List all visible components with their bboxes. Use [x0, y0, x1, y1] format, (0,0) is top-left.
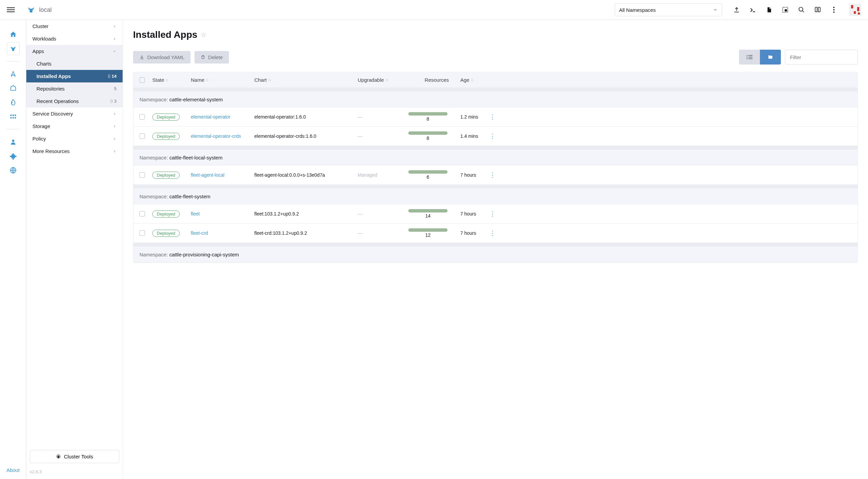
col-name[interactable]: Name◇	[191, 77, 254, 83]
row-checkbox[interactable]	[139, 230, 145, 236]
chart-value: elemental-operator:1.6.0	[254, 114, 306, 120]
rail-cluster[interactable]	[7, 42, 20, 55]
chevron-right-icon	[112, 24, 117, 28]
download-yaml-button[interactable]: Download YAML	[133, 51, 190, 64]
row-checkbox[interactable]	[139, 133, 145, 139]
namespace-selected: All Namespaces	[619, 7, 656, 13]
rail-global-settings[interactable]	[7, 164, 20, 177]
sidebar-item-workloads[interactable]: Workloads	[26, 32, 123, 45]
sidebar-item-cluster[interactable]: Cluster	[26, 20, 123, 32]
sidebar-item-repositories[interactable]: Repositories5	[26, 82, 123, 95]
sidebar-item-policy[interactable]: Policy	[26, 132, 123, 145]
namespace-select[interactable]: All Namespaces	[615, 3, 722, 16]
row-actions-kebab[interactable]: ⋮	[489, 229, 495, 237]
gear-icon	[56, 454, 61, 459]
svg-point-14	[12, 115, 14, 116]
kebab-menu-icon[interactable]	[830, 6, 838, 14]
chart-value: elemental-operator-crds:1.6.0	[254, 133, 316, 139]
list-view-button[interactable]	[739, 50, 760, 65]
select-all-checkbox[interactable]	[139, 77, 145, 83]
version-label: v2.8.3	[26, 468, 123, 479]
svg-point-6	[833, 9, 835, 10]
upgradable-value: —	[358, 211, 362, 217]
svg-point-26	[747, 58, 748, 59]
namespace-group-header: Namespace: cattle-fleet-local-system	[133, 146, 858, 166]
table-row: Deployedfleet-crdfleet-crd:103.1.2+up0.9…	[133, 224, 858, 243]
row-actions-kebab[interactable]: ⋮	[489, 210, 495, 218]
table-row: Deployedfleetfleet:103.1.2+up0.9.2—147 h…	[133, 204, 858, 224]
row-actions-kebab[interactable]: ⋮	[489, 132, 495, 140]
row-actions-kebab[interactable]: ⋮	[489, 113, 495, 121]
docs-icon[interactable]	[814, 6, 821, 14]
namespace-group-header: Namespace: cattle-elemental-system	[133, 88, 858, 107]
cluster-tools-label: Cluster Tools	[64, 454, 93, 459]
resource-bar	[408, 170, 448, 174]
rail-extensions[interactable]	[7, 150, 20, 162]
favorite-star-icon[interactable]: ☆	[201, 31, 207, 39]
svg-rect-10	[857, 7, 859, 11]
cluster-name[interactable]: local	[39, 6, 52, 14]
main-content: Installed Apps ☆ Download YAML Delete	[123, 20, 868, 479]
sidebar-item-service-discovery[interactable]: Service Discovery	[26, 107, 123, 120]
chart-value: fleet-crd:103.1.2+up0.9.2	[254, 230, 307, 236]
chevron-down-icon	[112, 49, 117, 53]
resource-bar	[408, 228, 448, 232]
chevron-right-icon	[112, 137, 117, 141]
rail-virtualization[interactable]	[7, 96, 20, 109]
group-view-button[interactable]	[760, 50, 781, 65]
filter-input[interactable]	[785, 50, 858, 65]
col-upgradable[interactable]: Upgradable◇	[358, 77, 407, 83]
rail-users[interactable]	[7, 135, 20, 148]
left-rail: About	[0, 20, 26, 479]
kubeconfig-icon[interactable]	[782, 6, 789, 14]
shell-icon[interactable]	[749, 6, 757, 14]
svg-point-3	[799, 7, 803, 11]
sidebar-item-storage[interactable]: Storage	[26, 120, 123, 132]
rail-cluster-management[interactable]	[7, 82, 20, 95]
delete-button[interactable]: Delete	[195, 51, 229, 64]
app-name-link[interactable]: fleet	[191, 211, 200, 217]
sidebar-item-recent-operations[interactable]: Recent Operations⟨⟩3	[26, 95, 123, 107]
age-value: 7 hours	[460, 211, 476, 217]
chevron-right-icon	[112, 112, 117, 116]
col-chart[interactable]: Chart◇	[254, 77, 358, 83]
file-icon[interactable]	[765, 6, 773, 14]
upgradable-value: —	[358, 133, 362, 139]
svg-rect-25	[748, 57, 752, 57]
sidebar-item-charts[interactable]: Charts	[26, 57, 123, 70]
rail-continuous-delivery[interactable]	[7, 68, 20, 80]
rail-longhorn[interactable]	[7, 110, 20, 123]
svg-rect-27	[748, 58, 752, 59]
state-badge: Deployed	[152, 114, 180, 121]
table-row: Deployedelemental-operatorelemental-oper…	[133, 107, 858, 127]
avatar[interactable]	[849, 4, 861, 16]
row-actions-kebab[interactable]: ⋮	[489, 171, 495, 179]
sidebar-item-apps[interactable]: Apps	[26, 45, 123, 57]
col-state[interactable]: State◇	[152, 77, 191, 83]
search-icon[interactable]	[798, 6, 805, 14]
sidebar-item-more-resources[interactable]: More Resources	[26, 145, 123, 157]
about-link[interactable]: About	[6, 467, 20, 473]
apps-table: State◇ Name◇ Chart◇ Upgradable◇ Resource…	[133, 72, 858, 263]
namespace-group-header: Namespace: cattle-provisioning-capi-syst…	[133, 243, 858, 262]
app-name-link[interactable]: elemental-operator	[191, 114, 231, 120]
cluster-tools-button[interactable]: Cluster Tools	[30, 450, 119, 463]
row-checkbox[interactable]	[139, 211, 145, 217]
app-name-link[interactable]: elemental-operator-crds	[191, 133, 241, 139]
row-checkbox[interactable]	[139, 172, 145, 178]
state-badge: Deployed	[152, 230, 180, 237]
sidebar-item-installed-apps[interactable]: Installed Apps⟨⟩14	[26, 70, 123, 82]
upload-icon[interactable]	[733, 6, 740, 14]
svg-rect-23	[748, 55, 752, 56]
top-header: local All Namespaces	[0, 0, 868, 20]
age-value: 1.4 mins	[460, 133, 478, 139]
row-checkbox[interactable]	[139, 114, 145, 120]
col-age[interactable]: Age◇	[449, 77, 486, 83]
app-name-link[interactable]: fleet-agent-local	[191, 172, 225, 178]
namespace-group-header: Namespace: cattle-fleet-system	[133, 185, 858, 204]
hamburger-menu[interactable]	[7, 6, 15, 14]
chevron-right-icon	[112, 124, 117, 128]
app-name-link[interactable]: fleet-crd	[191, 230, 208, 236]
rail-home[interactable]	[7, 28, 20, 41]
col-resources[interactable]: Resources	[407, 77, 449, 83]
